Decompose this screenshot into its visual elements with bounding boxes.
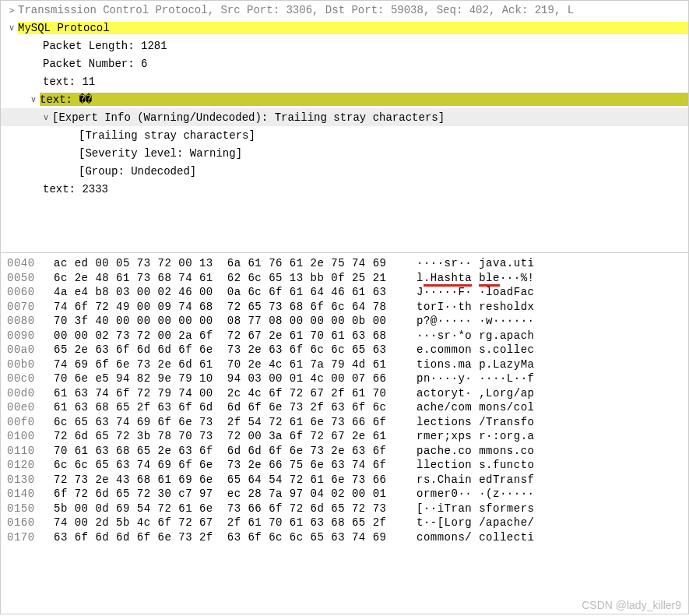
severity-label: [Severity level: Warning] (79, 147, 242, 160)
hex-row[interactable]: 01406f 72 6d 65 72 30 c7 97ec 28 7a 97 0… (1, 488, 688, 502)
hex-offset: 0080 (1, 315, 46, 329)
hex-bytes: 70 6e e5 94 82 9e 79 1094 03 00 01 4c 00… (46, 372, 395, 387)
hex-bytes: 70 3f 40 00 00 00 00 0008 77 08 00 00 00… (46, 315, 395, 329)
hex-offset: 00b0 (1, 358, 46, 373)
hex-bytes: 5b 00 0d 69 54 72 61 6e73 66 6f 72 6d 65… (46, 502, 395, 517)
hex-row[interactable]: 01206c 6c 65 63 74 69 6f 6e73 2e 66 75 6… (1, 459, 688, 473)
text-2333-row[interactable]: text: 2333 (1, 180, 688, 198)
hex-row[interactable]: 017063 6f 6d 6d 6f 6e 73 2f63 6f 6c 6c 6… (1, 531, 688, 546)
hex-row[interactable]: 01505b 00 0d 69 54 72 61 6e73 66 6f 72 6… (1, 502, 688, 517)
hex-offset: 0060 (1, 286, 46, 301)
hex-bytes: ac ed 00 05 73 72 00 136a 61 76 61 2e 75… (46, 257, 395, 272)
packet-length-row[interactable]: Packet Length: 1281 (1, 37, 688, 55)
hex-row[interactable]: 00f06c 65 63 74 69 6f 6e 732f 54 72 61 6… (1, 416, 688, 431)
hex-offset: 00a0 (1, 343, 46, 358)
hex-row[interactable]: 00d061 63 74 6f 72 79 74 002c 4c 6f 72 6… (1, 387, 688, 402)
hex-row[interactable]: 00b074 69 6f 6e 73 2e 6d 6170 2e 4c 61 7… (1, 358, 688, 373)
severity-row[interactable]: [Severity level: Warning] (1, 144, 688, 162)
packet-bytes-pane[interactable]: 0040ac ed 00 05 73 72 00 136a 61 76 61 2… (0, 253, 689, 614)
text-11-label: text: 11 (43, 76, 95, 88)
hex-offset: 0160 (1, 516, 46, 531)
packet-details-pane[interactable]: > Transmission Control Protocol, Src Por… (0, 0, 689, 253)
hex-ascii: actoryt·,Lorg/ap (395, 387, 534, 402)
collapse-icon[interactable]: ∨ (27, 94, 40, 104)
hex-offset: 00e0 (1, 401, 46, 416)
text-glyph-row[interactable]: ∨ text: �� (1, 90, 688, 108)
hex-row[interactable]: 00e061 63 68 65 2f 63 6f 6d6d 6f 6e 73 2… (1, 401, 688, 416)
hex-ascii: e.commons.collec (395, 343, 534, 358)
hex-ascii: rs.ChainedTransf (395, 473, 534, 488)
hex-bytes: 63 6f 6d 6d 6f 6e 73 2f63 6f 6c 6c 65 63… (46, 531, 395, 546)
hex-offset: 0070 (1, 301, 46, 315)
hex-bytes: 65 2e 63 6f 6d 6d 6f 6e73 2e 63 6f 6c 6c… (46, 343, 395, 358)
text-2333-label: text: 2333 (43, 183, 108, 195)
hex-bytes: 74 00 2d 5b 4c 6f 72 672f 61 70 61 63 68… (46, 516, 395, 531)
hex-row[interactable]: 011070 61 63 68 65 2e 63 6f6d 6d 6f 6e 7… (1, 445, 688, 459)
hex-bytes: 6f 72 6d 65 72 30 c7 97ec 28 7a 97 04 02… (46, 488, 395, 502)
hex-bytes: 6c 6c 65 63 74 69 6f 6e73 2e 66 75 6e 63… (46, 459, 395, 473)
collapse-icon[interactable]: ∨ (5, 23, 18, 33)
trailing-row[interactable]: [Trailing stray characters] (1, 126, 688, 144)
hex-ascii: pache.commons.co (395, 445, 534, 459)
tcp-label: Transmission Control Protocol, Src Port:… (18, 4, 574, 16)
hex-row[interactable]: 00604a e4 b8 03 00 02 46 000a 6c 6f 61 6… (1, 286, 688, 301)
hex-bytes: 74 69 6f 6e 73 2e 6d 6170 2e 4c 61 7a 79… (46, 358, 395, 373)
expand-icon[interactable]: > (5, 5, 18, 15)
hex-row[interactable]: 009000 00 02 73 72 00 2a 6f72 67 2e 61 7… (1, 329, 688, 344)
hex-offset: 0040 (1, 257, 46, 272)
hex-row[interactable]: 010072 6d 65 72 3b 78 70 7372 00 3a 6f 7… (1, 430, 688, 445)
mysql-protocol-row[interactable]: ∨ MySQL Protocol (1, 19, 688, 37)
expert-info-row[interactable]: ∨ [Expert Info (Warning/Undecoded): Trai… (1, 108, 688, 126)
group-label: [Group: Undecoded] (79, 165, 196, 178)
hex-offset: 00c0 (1, 372, 46, 387)
hex-row[interactable]: 008070 3f 40 00 00 00 00 0008 77 08 00 0… (1, 315, 688, 329)
hex-ascii: lections/Transfo (395, 416, 534, 431)
hex-ascii: tions.map.LazyMa (395, 358, 534, 373)
hex-ascii: ···sr·*org.apach (395, 329, 534, 344)
hex-ascii: ····sr··java.uti (395, 257, 534, 272)
hex-offset: 0110 (1, 445, 46, 459)
collapse-icon[interactable]: ∨ (40, 112, 52, 122)
hex-offset: 0050 (1, 272, 46, 287)
hex-ascii: rmer;xpsr·:org.a (395, 430, 534, 445)
hex-bytes: 00 00 02 73 72 00 2a 6f72 67 2e 61 70 61… (46, 329, 395, 344)
trailing-label: [Trailing stray characters] (79, 129, 255, 142)
hex-offset: 0090 (1, 329, 46, 344)
hex-row[interactable]: 007074 6f 72 49 00 09 74 6872 65 73 68 6… (1, 301, 688, 315)
hex-bytes: 61 63 74 6f 72 79 74 002c 4c 6f 72 67 2f… (46, 387, 395, 402)
text-11-row[interactable]: text: 11 (1, 72, 688, 90)
hex-ascii: ormer0···(z····· (395, 488, 534, 502)
hex-row[interactable]: 00c070 6e e5 94 82 9e 79 1094 03 00 01 4… (1, 372, 688, 387)
hex-row[interactable]: 00a065 2e 63 6f 6d 6d 6f 6e73 2e 63 6f 6… (1, 343, 688, 358)
group-row[interactable]: [Group: Undecoded] (1, 162, 688, 180)
hex-ascii: ache/commons/col (395, 401, 534, 416)
hex-ascii: p?@······w······ (395, 315, 534, 329)
hex-bytes: 4a e4 b8 03 00 02 46 000a 6c 6f 61 64 46… (46, 286, 395, 301)
packet-number-row[interactable]: Packet Number: 6 (1, 55, 688, 72)
hex-offset: 00d0 (1, 387, 46, 402)
hex-bytes: 74 6f 72 49 00 09 74 6872 65 73 68 6f 6c… (46, 301, 395, 315)
hex-bytes: 72 6d 65 72 3b 78 70 7372 00 3a 6f 72 67… (46, 430, 395, 445)
hex-ascii: t·-[Lorg/apache/ (395, 516, 534, 531)
hex-ascii: [··iTransformers (395, 502, 534, 517)
hex-row[interactable]: 016074 00 2d 5b 4c 6f 72 672f 61 70 61 6… (1, 516, 688, 531)
hex-bytes: 6c 65 63 74 69 6f 6e 732f 54 72 61 6e 73… (46, 416, 395, 431)
hex-offset: 0170 (1, 531, 46, 546)
hex-bytes: 6c 2e 48 61 73 68 74 6162 6c 65 13 bb 0f… (46, 272, 395, 287)
hex-ascii: J·····F··loadFac (395, 286, 534, 301)
packet-length-label: Packet Length: 1281 (43, 40, 167, 52)
hex-offset: 0140 (1, 488, 46, 502)
hex-ascii: commons/collecti (395, 531, 534, 546)
tcp-row[interactable]: > Transmission Control Protocol, Src Por… (1, 1, 688, 19)
expert-info-label: [Expert Info (Warning/Undecoded): Traili… (52, 111, 445, 124)
hex-row[interactable]: 0040ac ed 00 05 73 72 00 136a 61 76 61 2… (1, 257, 688, 272)
hex-offset: 0120 (1, 459, 46, 473)
hex-bytes: 70 61 63 68 65 2e 63 6f6d 6d 6f 6e 73 2e… (46, 445, 395, 459)
hex-ascii: l.Hashtable···%! (395, 272, 534, 287)
hex-ascii: torI··thresholdx (395, 301, 534, 315)
hex-row[interactable]: 013072 73 2e 43 68 61 69 6e65 64 54 72 6… (1, 473, 688, 488)
hex-bytes: 72 73 2e 43 68 61 69 6e65 64 54 72 61 6e… (46, 473, 395, 488)
hex-ascii: llections.functo (395, 459, 534, 473)
hex-offset: 0150 (1, 502, 46, 517)
hex-row[interactable]: 00506c 2e 48 61 73 68 74 6162 6c 65 13 b… (1, 272, 688, 287)
